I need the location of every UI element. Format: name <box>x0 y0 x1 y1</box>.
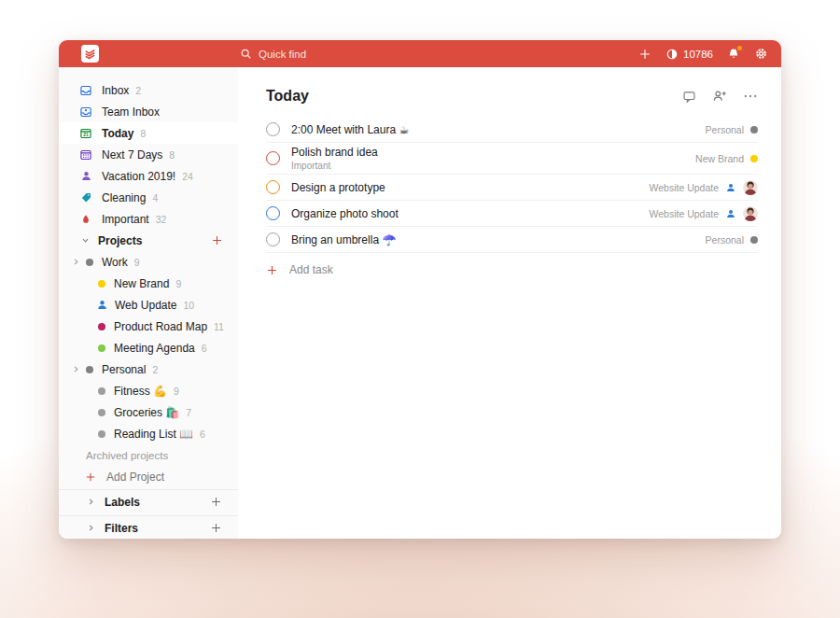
task-checkbox[interactable] <box>266 180 280 194</box>
task-checkbox[interactable] <box>266 151 280 165</box>
item-count: 2 <box>135 85 141 96</box>
chevron-right-icon[interactable] <box>72 365 82 373</box>
task-label-tag[interactable]: Important <box>291 161 378 171</box>
labels-section[interactable]: Labels <box>59 489 238 513</box>
team-inbox-icon <box>79 105 92 119</box>
add-filter-plus-icon[interactable] <box>210 522 222 534</box>
task-title[interactable]: 2:00 Meet with Laura ☕ <box>291 123 409 136</box>
shared-project-person-icon <box>725 208 736 219</box>
quick-add-plus-icon[interactable] <box>638 48 651 61</box>
add-task-button[interactable]: Add task <box>266 263 758 276</box>
filters-section[interactable]: Filters <box>59 515 238 539</box>
sidebar-item-label: Cleaning <box>102 191 146 204</box>
sidebar-item-label: Important <box>102 213 149 226</box>
sidebar-project-personal[interactable]: Personal 2 <box>59 358 238 380</box>
person-icon <box>79 170 92 183</box>
sidebar-project-fitness[interactable]: Fitness 💪 9 <box>59 380 238 401</box>
sidebar-item-team-inbox[interactable]: Team Inbox <box>59 101 238 122</box>
share-person-add-icon[interactable] <box>712 89 727 104</box>
task-title[interactable]: Design a prototype <box>291 181 385 194</box>
task-project-name[interactable]: New Brand <box>695 153 744 164</box>
sidebar-item-cleaning[interactable]: Cleaning 4 <box>59 187 238 208</box>
project-count: 2 <box>152 364 158 375</box>
project-count: 10 <box>184 300 195 311</box>
task-title[interactable]: Polish brand idea <box>291 146 378 159</box>
view-header: Today <box>266 88 758 105</box>
settings-gear-icon[interactable] <box>754 47 768 61</box>
task-row: Polish brand idea Important New Brand <box>266 143 758 175</box>
search-placeholder: Quick find <box>259 49 306 60</box>
task-row: Organize photo shoot Website Update <box>266 201 758 227</box>
add-label-plus-icon[interactable] <box>210 496 222 508</box>
shared-project-person-icon <box>725 182 736 193</box>
task-title[interactable]: Organize photo shoot <box>291 207 399 220</box>
labels-label: Labels <box>105 496 140 509</box>
sidebar: Inbox 2 Team Inbox <box>59 67 238 539</box>
sidebar-item-label: Team Inbox <box>102 105 160 119</box>
app-body: Inbox 2 Team Inbox <box>59 67 781 539</box>
comments-icon[interactable] <box>682 90 696 104</box>
filters-label: Filters <box>105 522 138 535</box>
add-project-button[interactable]: Add Project <box>59 466 238 487</box>
page-title: Today <box>266 88 309 105</box>
project-color-dot <box>750 236 758 244</box>
project-color-dot <box>98 387 105 395</box>
sidebar-project-web-update[interactable]: Web Update 10 <box>59 294 238 316</box>
todoist-logo-icon[interactable] <box>81 45 99 63</box>
item-count: 4 <box>152 192 158 204</box>
project-label: Groceries 🛍️ <box>114 406 179 419</box>
chevron-right-icon <box>87 524 95 532</box>
sidebar-item-label: Next 7 Days <box>102 148 162 162</box>
sidebar-item-today[interactable]: 21 Today 8 <box>59 122 238 144</box>
task-project-name[interactable]: Website Update <box>649 182 719 193</box>
task-title[interactable]: Bring an umbrella ☂️ <box>291 233 396 246</box>
project-count: 9 <box>174 386 179 397</box>
plus-icon <box>266 264 278 276</box>
project-label: Product Road Map <box>114 320 207 333</box>
shared-project-person-icon <box>96 299 108 311</box>
search-icon <box>240 48 252 60</box>
sidebar-item-inbox[interactable]: Inbox 2 <box>59 79 238 101</box>
task-checkbox[interactable] <box>266 232 280 246</box>
sidebar-project-product-road-map[interactable]: Product Road Map 11 <box>59 316 238 337</box>
archived-projects-link[interactable]: Archived projects <box>59 444 238 466</box>
task-project-name[interactable]: Personal <box>706 124 744 135</box>
sidebar-item-label: Vacation 2019! <box>102 170 175 183</box>
projects-section-label: Projects <box>98 234 142 247</box>
sidebar-project-reading-list[interactable]: Reading List 📖 6 <box>59 423 238 444</box>
chevron-right-icon[interactable] <box>72 258 82 266</box>
sidebar-project-work[interactable]: Work 9 <box>59 251 238 273</box>
sidebar-item-next-7-days[interactable]: Next 7 Days 8 <box>59 144 238 165</box>
project-label: Meeting Agenda <box>114 342 195 355</box>
sidebar-item-vacation-2019[interactable]: Vacation 2019! 24 <box>59 165 238 187</box>
assignee-avatar[interactable] <box>743 180 758 195</box>
view-actions <box>682 89 758 104</box>
sidebar-project-new-brand[interactable]: New Brand 9 <box>59 273 238 294</box>
add-project-plus-icon[interactable] <box>211 234 223 246</box>
task-project-name[interactable]: Personal <box>706 234 744 246</box>
notification-dot <box>737 46 742 50</box>
item-count: 24 <box>182 171 193 182</box>
project-label: Fitness 💪 <box>114 385 167 398</box>
project-color-dot <box>86 259 93 266</box>
assignee-avatar[interactable] <box>743 206 758 221</box>
task-checkbox[interactable] <box>266 206 280 220</box>
karma-score[interactable]: 10786 <box>665 48 713 61</box>
quick-find-search[interactable]: Quick find <box>240 48 306 60</box>
task-row: Design a prototype Website Update <box>266 175 758 201</box>
sidebar-item-important[interactable]: Important 32 <box>59 208 238 230</box>
more-options-icon[interactable] <box>743 89 758 104</box>
upcoming-calendar-icon <box>79 148 92 162</box>
project-label: Reading List 📖 <box>114 428 193 441</box>
karma-icon <box>665 48 679 61</box>
project-color-dot <box>98 409 105 416</box>
task-project-name[interactable]: Website Update <box>649 208 719 219</box>
project-color-dot <box>98 430 105 438</box>
notifications-bell-icon[interactable] <box>727 48 740 61</box>
sidebar-project-groceries[interactable]: Groceries 🛍️ 7 <box>59 401 238 423</box>
project-count: 9 <box>175 278 181 289</box>
project-color-dot <box>750 155 758 162</box>
projects-section-header[interactable]: Projects <box>59 230 238 251</box>
task-checkbox[interactable] <box>266 122 280 136</box>
sidebar-project-meeting-agenda[interactable]: Meeting Agenda 6 <box>59 337 238 358</box>
